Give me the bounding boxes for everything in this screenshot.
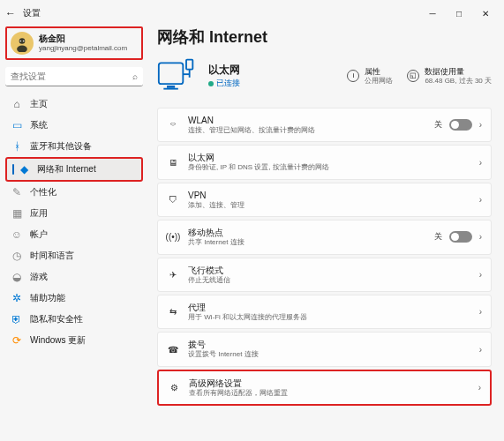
info-sub: 公用网络 [365, 77, 393, 86]
accessibility-icon: ✲ [11, 292, 23, 304]
update-icon: ⟳ [11, 334, 23, 347]
row-title: 移动热点 [188, 227, 425, 238]
info-sub: 68.48 GB, 过去 30 天 [425, 77, 492, 86]
row-title: WLAN [188, 115, 425, 126]
data-usage-link[interactable]: ◱ 数据使用量68.48 GB, 过去 30 天 [407, 67, 492, 85]
sidebar-item-label: 主页 [30, 98, 48, 110]
sidebar-item-label: 辅助功能 [30, 292, 65, 304]
svg-rect-8 [186, 60, 192, 70]
sidebar-item-bluetooth[interactable]: ᚼ蓝牙和其他设备 [5, 136, 143, 157]
row-title: VPN [188, 190, 470, 201]
sidebar-item-label: 个性化 [30, 186, 56, 198]
sidebar-item-accessibility[interactable]: ✲辅助功能 [5, 288, 143, 309]
row-airplane[interactable]: ✈ 飞行模式停止无线通信 › [157, 258, 492, 292]
row-sub: 连接、管理已知网络、按流量计费的网络 [188, 126, 425, 135]
titlebar: ← 设置 ─ □ ✕ [0, 0, 504, 26]
sidebar-item-label: 蓝牙和其他设备 [30, 140, 92, 153]
svg-rect-5 [159, 63, 184, 84]
sidebar-item-label: 系统 [30, 119, 48, 131]
row-sub: 设置拨号 Internet 连接 [188, 350, 470, 359]
info-icon: i [347, 70, 359, 82]
vpn-icon: ⛉ [167, 193, 179, 206]
minimize-button[interactable]: ─ [419, 9, 446, 19]
svg-point-3 [20, 41, 22, 42]
row-sub: 停止无线通信 [188, 276, 470, 285]
row-advanced-network[interactable]: ⚙ 高级网络设置查看所有网络适配器，网络重置 › [157, 370, 492, 406]
user-card[interactable]: 杨金阳 yangjinyang@petalmail.com [5, 26, 143, 60]
sidebar-item-accounts[interactable]: ☺帐户 [5, 224, 143, 245]
back-button[interactable]: ← [5, 7, 23, 19]
row-wlan[interactable]: ⌔ WLAN连接、管理已知网络、按流量计费的网络 关› [157, 108, 492, 142]
wifi-icon: ⌔ [167, 119, 179, 131]
sidebar-item-network[interactable]: ◆网络和 Internet [5, 157, 143, 182]
svg-rect-7 [163, 88, 178, 90]
hotspot-icon: ((•)) [167, 231, 179, 243]
user-email: yangjinyang@petalmail.com [39, 44, 127, 53]
chevron-right-icon: › [479, 270, 482, 280]
row-sub: 共享 Internet 连接 [188, 238, 425, 247]
svg-rect-6 [167, 86, 175, 88]
sidebar-item-apps[interactable]: ▦应用 [5, 203, 143, 224]
search-icon: ⌕ [132, 71, 138, 81]
sidebar-item-label: 帐户 [30, 228, 48, 241]
chevron-right-icon: › [479, 232, 482, 242]
chevron-right-icon: › [479, 120, 482, 130]
chevron-right-icon: › [478, 383, 481, 392]
window-controls: ─ □ ✕ [419, 9, 499, 19]
ethernet-icon: 🖥 [167, 156, 179, 168]
row-hotspot[interactable]: ((•)) 移动热点共享 Internet 连接 关› [157, 220, 492, 254]
airplane-icon: ✈ [167, 268, 179, 280]
maximize-button[interactable]: □ [446, 9, 472, 19]
dialup-icon: ☎ [167, 343, 179, 355]
row-dialup[interactable]: ☎ 拨号设置拨号 Internet 连接 › [157, 332, 492, 366]
hero-status-label: 已连接 [216, 78, 240, 89]
row-sub: 添加、连接、管理 [188, 201, 470, 210]
row-title: 飞行模式 [188, 265, 470, 276]
sidebar-item-time[interactable]: ◷时间和语言 [5, 245, 143, 266]
sidebar-item-system[interactable]: ▭系统 [5, 115, 143, 136]
sidebar-item-label: 游戏 [30, 271, 48, 283]
row-sub: 用于 Wi-Fi 和以太网连接的代理服务器 [188, 313, 470, 322]
sidebar-item-privacy[interactable]: ⛨隐私和安全性 [5, 309, 143, 330]
row-sub: 查看所有网络适配器，网络重置 [189, 389, 470, 398]
row-ethernet[interactable]: 🖥 以太网身份验证, IP 和 DNS 设置, 按流量计费的网络 › [157, 145, 492, 179]
app-title: 设置 [23, 7, 41, 19]
hero: 以太网 已连接 i 属性公用网络 ◱ 数据使用量68.48 GB, 过去 30 … [157, 56, 492, 95]
properties-link[interactable]: i 属性公用网络 [347, 67, 393, 85]
sidebar-item-gaming[interactable]: ◒游戏 [5, 266, 143, 288]
hero-status: 已连接 [208, 78, 240, 89]
sidebar-item-label: 应用 [30, 207, 48, 220]
hotspot-toggle[interactable] [449, 231, 472, 243]
main-content: 网络和 Internet 以太网 已连接 i 属性公用网络 ◱ 数据使用量68.… [148, 26, 504, 441]
search-input[interactable] [5, 67, 143, 86]
game-icon: ◒ [11, 271, 23, 283]
row-vpn[interactable]: ⛉ VPN添加、连接、管理 › [157, 183, 492, 217]
row-sub: 身份验证, IP 和 DNS 设置, 按流量计费的网络 [188, 163, 470, 172]
chevron-right-icon: › [479, 345, 482, 355]
row-title: 高级网络设置 [189, 377, 470, 389]
wlan-toggle[interactable] [449, 119, 472, 131]
proxy-icon: ⇆ [167, 306, 179, 318]
clock-icon: ◷ [11, 250, 23, 262]
close-button[interactable]: ✕ [472, 9, 499, 19]
user-name: 杨金阳 [39, 34, 127, 44]
advanced-icon: ⚙ [168, 381, 180, 393]
sidebar-item-personalization[interactable]: ✎个性化 [5, 182, 143, 203]
row-proxy[interactable]: ⇆ 代理用于 Wi-Fi 和以太网连接的代理服务器 › [157, 295, 492, 329]
home-icon: ⌂ [11, 98, 23, 110]
sidebar-item-home[interactable]: ⌂主页 [5, 93, 143, 115]
bluetooth-icon: ᚼ [11, 140, 23, 153]
chevron-right-icon: › [479, 195, 482, 205]
chevron-right-icon: › [479, 158, 482, 168]
sidebar-item-label: 网络和 Internet [37, 163, 96, 176]
apps-icon: ▦ [11, 207, 23, 220]
system-icon: ▭ [11, 119, 23, 131]
sidebar-item-label: 隐私和安全性 [30, 313, 83, 325]
paint-icon: ✎ [11, 186, 23, 198]
data-icon: ◱ [407, 70, 419, 82]
row-title: 代理 [188, 302, 470, 313]
toggle-state: 关 [434, 119, 442, 131]
sidebar-item-update[interactable]: ⟳Windows 更新 [5, 330, 143, 351]
hero-title: 以太网 [208, 63, 240, 78]
row-title: 以太网 [188, 152, 470, 163]
